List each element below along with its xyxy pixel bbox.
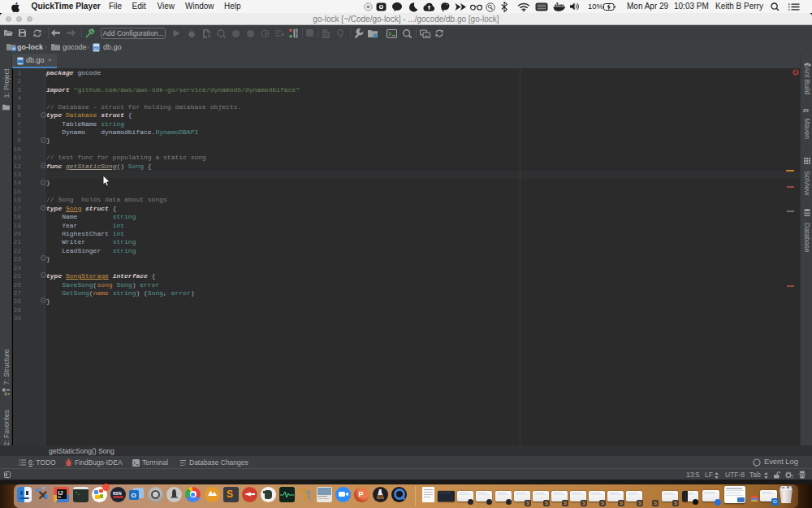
svg-text:?: ? <box>791 474 793 479</box>
svg-text:GO: GO <box>93 46 100 50</box>
